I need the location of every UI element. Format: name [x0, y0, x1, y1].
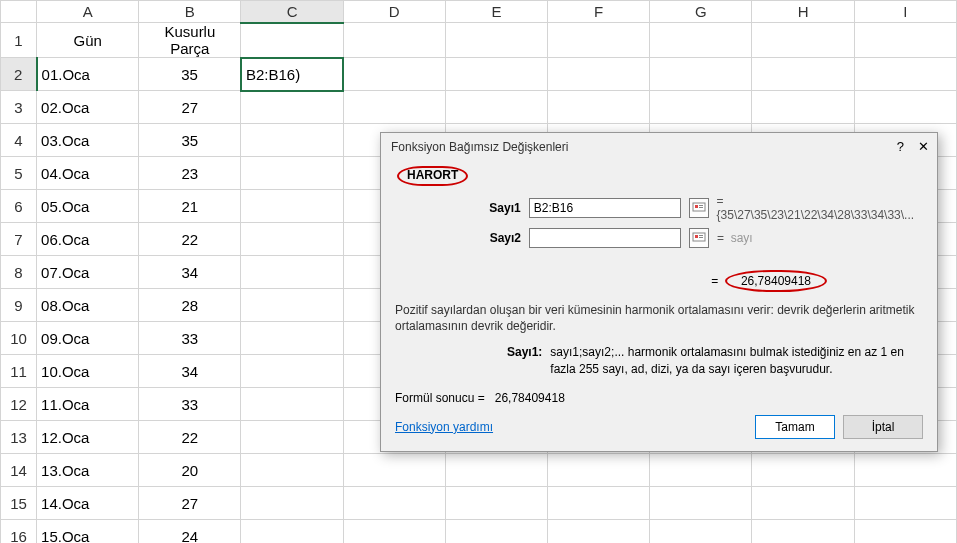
cell[interactable]	[343, 487, 445, 520]
col-header-E[interactable]: E	[445, 1, 547, 23]
cell[interactable]: B2:B16)	[241, 58, 343, 91]
cell[interactable]	[241, 91, 343, 124]
cell[interactable]: 03.Oca	[37, 124, 139, 157]
col-header-G[interactable]: G	[650, 1, 752, 23]
row-header[interactable]: 14	[1, 454, 37, 487]
cell[interactable]: 09.Oca	[37, 322, 139, 355]
ok-button[interactable]: Tamam	[755, 415, 835, 439]
cell[interactable]: 24	[139, 520, 241, 544]
cell[interactable]	[445, 487, 547, 520]
cell[interactable]	[650, 58, 752, 91]
cell[interactable]	[854, 58, 956, 91]
row-header[interactable]: 15	[1, 487, 37, 520]
cell[interactable]: 34	[139, 256, 241, 289]
arg2-ref-button[interactable]	[689, 228, 709, 248]
cell[interactable]	[343, 58, 445, 91]
cell[interactable]	[650, 91, 752, 124]
cell[interactable]: 04.Oca	[37, 157, 139, 190]
row-header[interactable]: 10	[1, 322, 37, 355]
cell[interactable]	[854, 91, 956, 124]
cell[interactable]: 34	[139, 355, 241, 388]
cell[interactable]: Gün	[37, 23, 139, 58]
cell[interactable]: 27	[139, 487, 241, 520]
cancel-button[interactable]: İptal	[843, 415, 923, 439]
cell[interactable]: 35	[139, 124, 241, 157]
cell[interactable]	[241, 256, 343, 289]
cell[interactable]	[445, 91, 547, 124]
cell[interactable]	[343, 520, 445, 544]
cell[interactable]: 10.Oca	[37, 355, 139, 388]
cell[interactable]: 21	[139, 190, 241, 223]
col-header-A[interactable]: A	[37, 1, 139, 23]
cell[interactable]: 22	[139, 421, 241, 454]
arg2-input[interactable]	[529, 228, 681, 248]
cell[interactable]	[854, 487, 956, 520]
cell[interactable]	[343, 91, 445, 124]
cell[interactable]: 23	[139, 157, 241, 190]
row-header[interactable]: 8	[1, 256, 37, 289]
cell[interactable]	[548, 520, 650, 544]
cell[interactable]	[445, 23, 547, 58]
arg1-input[interactable]	[529, 198, 681, 218]
cell[interactable]: 07.Oca	[37, 256, 139, 289]
cell[interactable]: 15.Oca	[37, 520, 139, 544]
cell[interactable]	[650, 487, 752, 520]
cell[interactable]: Kusurlu Parça	[139, 23, 241, 58]
cell[interactable]	[548, 58, 650, 91]
cell[interactable]: 33	[139, 322, 241, 355]
col-header-H[interactable]: H	[752, 1, 854, 23]
arg1-ref-button[interactable]	[689, 198, 709, 218]
cell[interactable]	[752, 58, 854, 91]
cell[interactable]	[445, 58, 547, 91]
cell[interactable]	[752, 487, 854, 520]
cell[interactable]	[548, 91, 650, 124]
cell[interactable]	[343, 23, 445, 58]
cell[interactable]	[445, 454, 547, 487]
row-header[interactable]: 2	[1, 58, 37, 91]
cell[interactable]: 05.Oca	[37, 190, 139, 223]
dialog-help-button[interactable]: ?	[897, 139, 904, 154]
col-header-I[interactable]: I	[854, 1, 956, 23]
cell[interactable]: 01.Oca	[37, 58, 139, 91]
cell[interactable]	[854, 454, 956, 487]
cell[interactable]	[241, 157, 343, 190]
row-header[interactable]: 16	[1, 520, 37, 544]
cell[interactable]	[241, 190, 343, 223]
cell[interactable]	[548, 487, 650, 520]
cell[interactable]	[548, 454, 650, 487]
cell[interactable]: 08.Oca	[37, 289, 139, 322]
row-header[interactable]: 5	[1, 157, 37, 190]
row-header[interactable]: 13	[1, 421, 37, 454]
row-header[interactable]: 1	[1, 23, 37, 58]
dialog-close-button[interactable]: ✕	[918, 139, 929, 154]
row-header[interactable]: 4	[1, 124, 37, 157]
select-all-corner[interactable]	[1, 1, 37, 23]
col-header-F[interactable]: F	[548, 1, 650, 23]
cell[interactable]	[445, 520, 547, 544]
cell[interactable]	[241, 388, 343, 421]
cell[interactable]: 14.Oca	[37, 487, 139, 520]
cell[interactable]: 27	[139, 91, 241, 124]
row-header[interactable]: 11	[1, 355, 37, 388]
cell[interactable]	[241, 487, 343, 520]
cell[interactable]	[650, 520, 752, 544]
cell[interactable]	[241, 223, 343, 256]
cell[interactable]	[241, 355, 343, 388]
cell[interactable]: 20	[139, 454, 241, 487]
col-header-D[interactable]: D	[343, 1, 445, 23]
cell[interactable]	[241, 23, 343, 58]
col-header-C[interactable]: C	[241, 1, 343, 23]
cell[interactable]: 13.Oca	[37, 454, 139, 487]
col-header-B[interactable]: B	[139, 1, 241, 23]
cell[interactable]	[241, 421, 343, 454]
cell[interactable]	[241, 454, 343, 487]
cell[interactable]	[854, 520, 956, 544]
cell[interactable]	[241, 124, 343, 157]
cell[interactable]	[650, 23, 752, 58]
cell[interactable]	[752, 91, 854, 124]
cell[interactable]	[752, 520, 854, 544]
cell[interactable]: 35	[139, 58, 241, 91]
cell[interactable]	[854, 23, 956, 58]
row-header[interactable]: 6	[1, 190, 37, 223]
cell[interactable]: 11.Oca	[37, 388, 139, 421]
